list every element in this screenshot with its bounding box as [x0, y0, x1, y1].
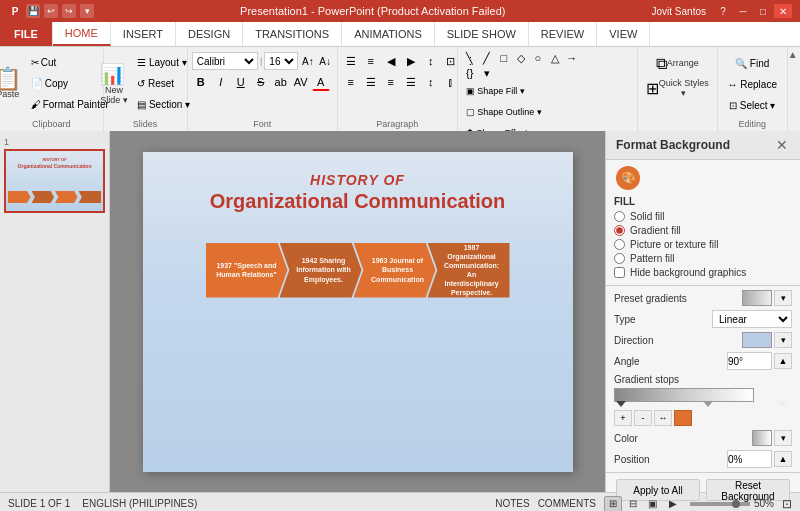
paste-button[interactable]: 📋 Paste — [0, 66, 26, 102]
gradient-fill-radio[interactable]: Gradient fill — [614, 225, 792, 236]
app-icon: P — [8, 4, 22, 18]
shape-7[interactable]: → — [564, 51, 580, 65]
gradient-stop-2[interactable] — [703, 401, 713, 407]
shape-4[interactable]: ◇ — [513, 51, 529, 65]
zoom-slider-thumb[interactable] — [732, 500, 740, 508]
redo-icon[interactable]: ↪ — [62, 4, 76, 18]
font-decrease-button[interactable]: A↓ — [318, 52, 333, 70]
shape-3[interactable]: □ — [496, 51, 512, 65]
zoom-slider[interactable] — [690, 502, 750, 506]
text-direction-button[interactable]: ↕ — [422, 52, 440, 70]
direction-dropdown[interactable]: ▾ — [774, 332, 792, 348]
shadow-button[interactable]: ab — [272, 73, 290, 91]
replace-button[interactable]: ↔ Replace — [723, 74, 780, 94]
align-left-button[interactable]: ≡ — [342, 73, 360, 91]
tab-slideshow[interactable]: SLIDE SHOW — [435, 22, 529, 46]
find-button[interactable]: 🔍 Find — [731, 53, 773, 73]
notes-button[interactable]: NOTES — [495, 498, 529, 509]
tab-insert[interactable]: INSERT — [111, 22, 176, 46]
help-button[interactable]: ? — [714, 4, 732, 18]
position-up[interactable]: ▲ — [774, 451, 792, 467]
quick-styles-button[interactable]: ⊞ Quick Styles ▾ — [642, 77, 713, 101]
shape-more[interactable]: ▾ — [479, 66, 495, 80]
slideshow-view-button[interactable]: ▶ — [664, 496, 682, 512]
fill-icon: 🎨 — [616, 166, 640, 190]
fit-to-window-button[interactable]: ⊡ — [782, 497, 792, 511]
position-input[interactable] — [727, 450, 772, 468]
tab-transitions[interactable]: TRANSITIONS — [243, 22, 342, 46]
font-size-select[interactable]: 16 — [264, 52, 298, 70]
font-increase-button[interactable]: A↑ — [300, 52, 315, 70]
reading-view-button[interactable]: ▣ — [644, 496, 662, 512]
preset-swatch[interactable] — [742, 290, 772, 306]
comments-button[interactable]: COMMENTS — [538, 498, 596, 509]
gradient-bar[interactable] — [614, 388, 754, 402]
font-color-button[interactable]: A — [312, 73, 330, 91]
numbering-button[interactable]: ≡ — [362, 52, 380, 70]
tab-view[interactable]: VIEW — [597, 22, 650, 46]
tab-home[interactable]: HOME — [53, 22, 111, 46]
preset-dropdown[interactable]: ▾ — [774, 290, 792, 306]
reset-button[interactable]: ↺ Reset — [133, 74, 194, 94]
close-button[interactable]: ✕ — [774, 4, 792, 18]
char-spacing-button[interactable]: AV — [292, 73, 310, 91]
select-button[interactable]: ⊡ Select ▾ — [725, 95, 779, 115]
panel-close-button[interactable]: ✕ — [774, 137, 790, 153]
shape-5[interactable]: ○ — [530, 51, 546, 65]
shape-6[interactable]: △ — [547, 51, 563, 65]
bullets-button[interactable]: ☰ — [342, 52, 360, 70]
angle-input[interactable] — [727, 352, 772, 370]
decrease-indent-button[interactable]: ◀ — [382, 52, 400, 70]
shape-8[interactable]: {} — [462, 66, 478, 80]
italic-button[interactable]: I — [212, 73, 230, 91]
add-stop-button[interactable]: + — [614, 410, 632, 426]
slide-thumbnail-1[interactable]: HISTORY OF Organizational Communication — [4, 149, 105, 213]
angle-up[interactable]: ▲ — [774, 353, 792, 369]
strikethrough-button[interactable]: S — [252, 73, 270, 91]
tab-animations[interactable]: ANIMATIONS — [342, 22, 435, 46]
bold-button[interactable]: B — [192, 73, 210, 91]
maximize-button[interactable]: □ — [754, 4, 772, 18]
normal-view-button[interactable]: ⊞ — [604, 496, 622, 512]
increase-indent-button[interactable]: ▶ — [402, 52, 420, 70]
pattern-fill-radio[interactable]: Pattern fill — [614, 253, 792, 264]
new-slide-button[interactable]: 📊 NewSlide ▾ — [96, 60, 132, 108]
color-swatch[interactable] — [752, 430, 772, 446]
collapse-ribbon[interactable]: ▲ — [788, 47, 800, 131]
layout-button[interactable]: ☰ Layout ▾ — [133, 53, 194, 73]
justify-button[interactable]: ☰ — [402, 73, 420, 91]
shape-1[interactable]: ╲ — [462, 51, 478, 65]
direction-swatch[interactable] — [742, 332, 772, 348]
shape-outline-button[interactable]: ▢ Shape Outline ▾ — [462, 102, 546, 122]
customize-icon[interactable]: ▾ — [80, 4, 94, 18]
slide-canvas[interactable]: HISTORY OF Organizational Communication … — [143, 152, 573, 472]
color-button-small[interactable] — [674, 410, 692, 426]
line-spacing-button[interactable]: ↕ — [422, 73, 440, 91]
remove-stop-button[interactable]: - — [634, 410, 652, 426]
tab-file[interactable]: FILE — [0, 22, 53, 46]
undo-icon[interactable]: ↩ — [44, 4, 58, 18]
paste-icon: 📋 — [0, 68, 21, 90]
underline-button[interactable]: U — [232, 73, 250, 91]
slide-sorter-button[interactable]: ⊟ — [624, 496, 642, 512]
type-select[interactable]: Linear Radial Rectangular — [712, 310, 792, 328]
picture-fill-radio[interactable]: Picture or texture fill — [614, 239, 792, 250]
minimize-button[interactable]: ─ — [734, 4, 752, 18]
solid-fill-label: Solid fill — [630, 211, 664, 222]
solid-fill-radio[interactable]: Solid fill — [614, 211, 792, 222]
color-dropdown[interactable]: ▾ — [774, 430, 792, 446]
align-right-button[interactable]: ≡ — [382, 73, 400, 91]
align-center-button[interactable]: ☰ — [362, 73, 380, 91]
section-button[interactable]: ▤ Section ▾ — [133, 95, 194, 115]
font-name-select[interactable]: Calibri — [192, 52, 258, 70]
shape-fill-button[interactable]: ▣ Shape Fill ▾ — [462, 81, 546, 101]
save-icon[interactable]: 💾 — [26, 4, 40, 18]
reverse-stops-button[interactable]: ↔ — [654, 410, 672, 426]
gradient-stop-1[interactable] — [616, 401, 626, 407]
arrange-button[interactable]: ⧉ Arrange — [652, 53, 703, 75]
gradient-stop-3[interactable] — [778, 401, 788, 407]
hide-bg-checkbox[interactable]: Hide background graphics — [614, 267, 792, 278]
tab-review[interactable]: REVIEW — [529, 22, 597, 46]
shape-2[interactable]: ╱ — [479, 51, 495, 65]
tab-design[interactable]: DESIGN — [176, 22, 243, 46]
